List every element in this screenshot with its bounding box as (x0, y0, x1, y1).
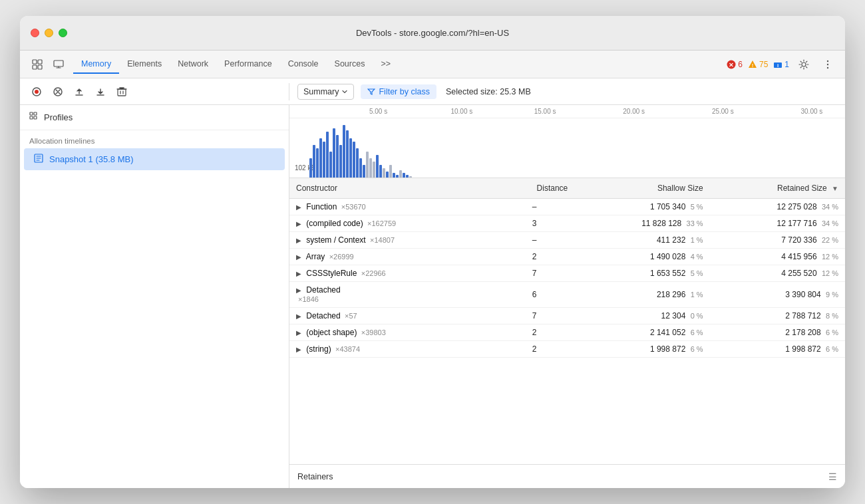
snapshot-icon (33, 153, 44, 166)
error-badge[interactable]: ✕ 6 (727, 60, 743, 69)
cell-constructor: ▶ (string) ×43874 (289, 341, 494, 358)
expand-arrow[interactable]: ▶ (296, 346, 301, 353)
minimize-button[interactable] (45, 29, 53, 37)
svg-rect-19 (34, 112, 37, 115)
cell-shallow-size: 1 705 340 5 % (574, 199, 709, 215)
bar (333, 128, 335, 178)
cell-retained-size: 4 255 520 12 % (710, 265, 845, 282)
tab-more[interactable]: >> (373, 55, 399, 74)
info-badge[interactable]: i 1 (773, 60, 789, 69)
tab-elements[interactable]: Elements (119, 55, 170, 74)
expand-arrow[interactable]: ▶ (296, 203, 301, 211)
bar (376, 155, 379, 178)
filter-class-button[interactable]: Filter by class (361, 84, 436, 99)
expand-arrow[interactable]: ▶ (296, 329, 301, 336)
sidebar-snapshot-item[interactable]: Snapshot 1 (35.8 MB) (24, 148, 285, 170)
table-row[interactable]: ▶ (compiled code) ×162759 3 11 828 128 3… (289, 215, 845, 232)
expand-arrow[interactable]: ▶ (296, 287, 301, 294)
info-count: 1 (784, 60, 789, 69)
selected-size-label: Selected size: 25.3 MB (446, 87, 531, 96)
bar (363, 165, 365, 178)
count-label: ×43874 (335, 345, 360, 353)
bar (316, 148, 319, 178)
profiles-title: Profiles (44, 112, 73, 122)
table-row[interactable]: ▶ Detached ×1846 6 218 296 1 % 3 390 804… (289, 282, 845, 308)
constructor-name: Function (306, 202, 337, 211)
more-options-icon[interactable] (818, 55, 837, 74)
table-row[interactable]: ▶ Function ×53670 – 1 705 340 5 % 12 275… (289, 199, 845, 215)
grid-icon[interactable] (28, 55, 47, 74)
settings-icon[interactable] (794, 55, 813, 74)
expand-arrow[interactable]: ▶ (296, 220, 301, 227)
cell-retained-size: 3 390 804 9 % (710, 282, 845, 308)
tab-console[interactable]: Console (280, 55, 327, 74)
cell-shallow-size: 12 304 0 % (574, 308, 709, 324)
toolbar-right: ✕ 6 ! 75 i 1 (727, 55, 837, 74)
window-title: DevTools - store.google.com/?hl=en-US (356, 28, 509, 38)
table-row[interactable]: ▶ Detached ×57 7 12 304 0 % 2 788 712 8 … (289, 308, 845, 324)
tab-group: Memory Elements Network Performance Cons… (73, 55, 399, 74)
heap-table-wrapper[interactable]: Constructor Distance Shallow Size Retain… (289, 178, 845, 464)
retainers-label: Retainers (297, 472, 333, 481)
tab-sources[interactable]: Sources (327, 55, 373, 74)
cell-distance: 6 (494, 282, 575, 308)
tab-memory[interactable]: Memory (73, 55, 119, 74)
constructor-name: Array (306, 252, 325, 261)
clear-button[interactable] (49, 83, 67, 100)
bar (373, 162, 375, 178)
expand-arrow[interactable]: ▶ (296, 253, 301, 261)
tab-network[interactable]: Network (170, 55, 216, 74)
table-row[interactable]: ▶ (string) ×43874 2 1 998 872 6 % 1 998 … (289, 341, 845, 358)
bar (326, 132, 329, 178)
maximize-button[interactable] (59, 29, 67, 37)
monitor-icon[interactable] (49, 55, 68, 74)
collect-garbage-icon[interactable] (113, 83, 130, 100)
table-header-row: Constructor Distance Shallow Size Retain… (289, 178, 845, 199)
title-bar: DevTools - store.google.com/?hl=en-US (20, 16, 845, 51)
svg-rect-1 (38, 60, 42, 64)
expand-arrow[interactable]: ▶ (296, 313, 301, 320)
bar (329, 152, 332, 178)
svg-point-12 (827, 63, 828, 64)
upload-icon[interactable] (71, 83, 88, 100)
svg-rect-18 (30, 112, 33, 115)
table-row[interactable]: ▶ (object shape) ×39803 2 2 141 052 6 % … (289, 324, 845, 341)
record-button[interactable] (28, 83, 45, 100)
table-row[interactable]: ▶ Array ×26999 2 1 490 028 4 % 4 415 956… (289, 249, 845, 265)
cell-retained-size: 7 720 336 22 % (710, 232, 845, 249)
download-icon[interactable] (92, 83, 109, 100)
svg-rect-2 (33, 65, 37, 69)
bar (399, 170, 402, 178)
expand-arrow[interactable]: ▶ (296, 270, 301, 277)
close-button[interactable] (31, 29, 39, 37)
timeline-bars (309, 120, 845, 178)
sort-icon: ▼ (832, 185, 838, 192)
cell-retained-size: 4 415 956 12 % (710, 249, 845, 265)
table-row[interactable]: ▶ system / Context ×14807 – 411 232 1 % … (289, 232, 845, 249)
cell-distance: 2 (494, 324, 575, 341)
expand-arrow[interactable]: ▶ (296, 237, 301, 244)
svg-rect-3 (38, 65, 42, 69)
svg-text:!: ! (752, 63, 754, 68)
tab-performance[interactable]: Performance (216, 55, 280, 74)
constructor-name: Detached ×1846 (296, 285, 488, 304)
time-5s: 5.00 s (369, 108, 387, 115)
timeline-chart: 5.00 s 10.00 s 15.00 s 20.00 s 25.00 s 3… (289, 105, 845, 178)
cell-retained-size: 12 275 028 34 % (710, 199, 845, 215)
bar (349, 138, 352, 178)
bar (356, 148, 359, 178)
cell-shallow-size: 11 828 128 33 % (574, 215, 709, 232)
bar (369, 158, 372, 178)
col-retained-size: Retained Size ▼ (710, 178, 845, 199)
constructor-name: (object shape) (306, 328, 357, 337)
count-label: ×1846 (298, 295, 319, 303)
cell-constructor: ▶ Array ×26999 (289, 249, 494, 265)
constructor-name: system / Context (306, 235, 365, 245)
table-row[interactable]: ▶ CSSStyleRule ×22966 7 1 653 552 5 % 4 … (289, 265, 845, 282)
action-bar: Summary Filter by class Selected size: 2… (20, 78, 845, 105)
bar (383, 168, 385, 178)
bar (379, 165, 382, 178)
warning-badge[interactable]: ! 75 (748, 60, 768, 69)
summary-dropdown[interactable]: Summary (297, 84, 354, 100)
count-label: ×162759 (367, 219, 396, 227)
